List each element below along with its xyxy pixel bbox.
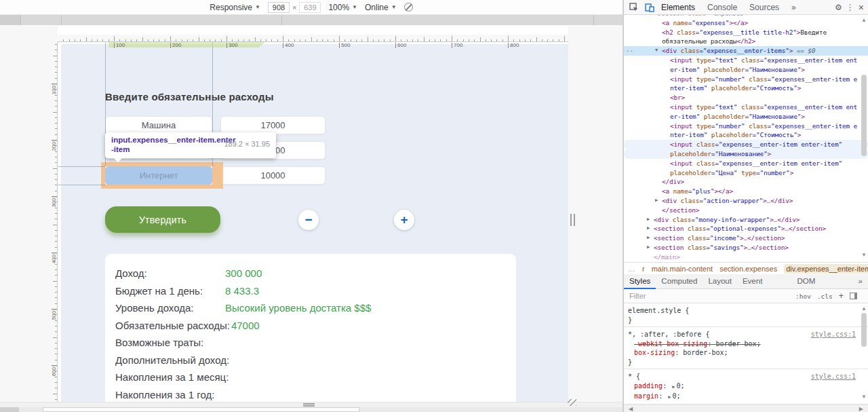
kebab-menu-icon[interactable]: ⋮ xyxy=(846,3,854,12)
new-style-rule-button[interactable]: + xyxy=(839,291,844,301)
scroll-right-arrow[interactable]: ▶ xyxy=(859,406,863,412)
dom-tree-row[interactable]: er-item" placeholder="Наименование"> xyxy=(624,65,868,75)
dom-tree-row[interactable]: ··▼<div class="expenses__enter-items"> =… xyxy=(624,46,868,56)
dom-tree-row[interactable]: nter-item" placeholder="Стоимость"> xyxy=(624,130,868,140)
scroll-down-arrow[interactable]: ▼ xyxy=(861,394,867,400)
expand-arrow-icon[interactable]: ▶ xyxy=(655,196,658,206)
dom-tree-row[interactable]: <a name="expenses"></a> xyxy=(624,18,868,28)
add-row-button[interactable]: + xyxy=(394,210,414,230)
dom-tree-row[interactable]: <a name="plus"></a> xyxy=(624,187,868,196)
expand-arrow-icon[interactable]: ▶ xyxy=(647,215,650,225)
dom-tree-row[interactable]: <input class="expenses__enter-item enter… xyxy=(624,159,868,168)
height-input[interactable]: 639 xyxy=(299,2,321,13)
tab-computed[interactable]: Computed xyxy=(656,274,703,289)
media-query-bar[interactable] xyxy=(0,15,623,25)
media-query-segment[interactable] xyxy=(0,15,20,25)
expand-arrow-icon[interactable]: ▶ xyxy=(647,224,650,233)
tab-layout[interactable]: Layout xyxy=(703,274,737,289)
dom-tree-row[interactable]: er-item" placeholder="Наименование"> xyxy=(624,112,868,121)
more-tabs-icon[interactable]: » xyxy=(785,0,802,15)
breadcrumb-item[interactable]: main.main-content xyxy=(652,265,713,273)
stylesheet-link[interactable]: style.css:1 xyxy=(811,330,856,339)
scroll-left-arrow[interactable]: ◀ xyxy=(629,406,633,412)
dom-tree-row[interactable]: <input type="number" class="expenses__en… xyxy=(624,121,868,131)
dom-tree-row[interactable]: <input type="text" class="expenses__ente… xyxy=(624,102,868,112)
collapse-arrow-icon[interactable]: ▼ xyxy=(655,46,658,56)
devtools-tab-sources[interactable]: Sources xyxy=(743,0,785,15)
dom-tree-row[interactable]: ▶<section class="savings">…</section> xyxy=(624,243,868,252)
ruler-label: 300 xyxy=(226,43,237,48)
gear-icon[interactable]: ⚙ xyxy=(835,3,842,12)
scroll-down-arrow[interactable]: ▼ xyxy=(861,252,867,258)
scroll-left-button[interactable] xyxy=(0,407,19,412)
scroll-up-arrow[interactable]: ▲ xyxy=(861,306,867,312)
styles-vertical-scrollbar[interactable]: ▲ ▼ xyxy=(860,305,868,402)
toggle-hover-state-button[interactable]: :hov xyxy=(795,293,811,300)
device-mode-select[interactable]: Responsive ▼ xyxy=(210,3,260,12)
dom-tree-row[interactable]: <input type="text" class="expenses__ente… xyxy=(624,56,868,65)
more-tabs-icon[interactable]: » xyxy=(853,274,868,289)
devtools-tab-elements[interactable]: Elements xyxy=(655,0,701,15)
scrollbar-thumb[interactable] xyxy=(861,75,867,156)
dom-tree-row[interactable]: </section> xyxy=(624,206,868,215)
toggle-device-toolbar-icon[interactable] xyxy=(644,2,655,13)
tab-dom-breakpoints[interactable]: DOM Breakpoints xyxy=(792,274,853,289)
scroll-up-arrow[interactable]: ▲ xyxy=(861,18,867,23)
expense-value-input[interactable]: 17000 xyxy=(220,116,326,134)
info-row: Бюджет на 1 день:8 433.3 xyxy=(115,282,516,300)
tab-event-listeners[interactable]: Event Listeners xyxy=(737,274,792,289)
scrollbar-thumb[interactable] xyxy=(861,313,867,347)
close-icon[interactable]: × xyxy=(859,2,864,13)
dom-tree-row[interactable]: placeholder="Наименование"> xyxy=(624,149,868,159)
breadcrumb-item[interactable]: r xyxy=(642,265,645,273)
dom-tree-row[interactable]: ▶<div class="action-wrapper">…</div> xyxy=(624,196,868,206)
dom-tree-row[interactable]: ▶<section class="income">…</section> xyxy=(624,233,868,243)
css-declaration[interactable]: box-sizing: border-box; xyxy=(628,348,864,358)
remove-row-button[interactable]: − xyxy=(298,210,319,230)
width-input[interactable]: 908 xyxy=(268,2,290,13)
inspect-element-icon[interactable] xyxy=(629,2,639,13)
expand-arrow-icon[interactable]: ▶ xyxy=(647,233,650,243)
scrollbar-thumb[interactable] xyxy=(43,407,359,412)
elements-vertical-scrollbar[interactable]: ▲ ▼ xyxy=(860,16,868,261)
styles-horizontal-scrollbar[interactable]: ◀ ▶ xyxy=(624,404,868,412)
stylesheet-link[interactable]: style.css:1 xyxy=(811,372,856,381)
dom-tree-row[interactable]: ▶<section class="optional-expenses">…</s… xyxy=(624,224,868,233)
css-rule[interactable]: element.style {} xyxy=(624,303,868,327)
zoom-select[interactable]: 100% ▼ xyxy=(328,3,357,12)
dom-tree-row[interactable]: placeholder="Цена" type="number"> xyxy=(624,168,868,178)
dom-tree-row[interactable]: <h2 class="expenses__title title-h2">Вве… xyxy=(624,28,868,37)
breadcrumb-item[interactable]: div.expenses__enter-items xyxy=(784,264,868,274)
expense-value-input[interactable]: 10000 xyxy=(220,166,326,185)
dom-tree-row[interactable]: </div> xyxy=(624,177,868,187)
page-horizontal-scrollbar[interactable] xyxy=(0,407,623,412)
css-declaration[interactable]: -webkit-box-sizing: border-box; xyxy=(628,339,864,349)
css-rule[interactable]: *, :after, :before {style.css:1-webkit-b… xyxy=(624,327,868,369)
toggle-class-button[interactable]: .cls xyxy=(817,293,833,300)
viewport-resize-bar-bottom[interactable] xyxy=(0,402,623,407)
filter-input[interactable]: Filter xyxy=(624,292,646,300)
css-rule[interactable]: * {style.css:1padding: ▶0;margin: ▶0;bor… xyxy=(624,369,868,404)
expense-name-input[interactable]: Интернет xyxy=(105,166,212,185)
tab-styles[interactable]: Styles xyxy=(624,274,656,289)
computed-sidebar-toggle-icon[interactable] xyxy=(850,293,857,299)
breadcrumb-item[interactable]: section.expenses xyxy=(719,265,777,273)
network-throttling-select[interactable]: Online ▼ xyxy=(365,3,397,12)
dom-tree-row[interactable]: ▶<div class="money-info-wrapper">…</div> xyxy=(624,215,868,225)
dom-tree-row[interactable]: <br> xyxy=(624,93,868,102)
dom-tree-row[interactable]: <input type="number" class="expenses__en… xyxy=(624,75,868,84)
submit-button[interactable]: Утвердить xyxy=(105,206,220,233)
dom-tree-row[interactable]: </main> xyxy=(624,252,868,262)
viewport-resize-grip-corner[interactable] xyxy=(568,399,576,406)
breadcrumb-overflow[interactable]: … xyxy=(628,265,635,273)
devtools-tab-console[interactable]: Console xyxy=(701,0,743,15)
expand-arrow-icon[interactable]: ▶ xyxy=(647,243,650,252)
no-throttling-icon[interactable] xyxy=(404,3,413,12)
css-declaration[interactable]: margin: ▶0; xyxy=(628,392,864,402)
dom-tree-row[interactable]: <input class="expenses__enter-item enter… xyxy=(624,140,868,149)
dom-tree-row[interactable]: обязательные расходы</h2> xyxy=(624,37,868,46)
dom-tree-row[interactable]: nter-item" placeholder="Стоимость"> xyxy=(624,83,868,93)
expense-name-input[interactable]: Машина xyxy=(105,116,212,134)
viewport-resize-handle-right[interactable] xyxy=(570,214,575,226)
css-declaration[interactable]: padding: ▶0; xyxy=(628,381,864,392)
